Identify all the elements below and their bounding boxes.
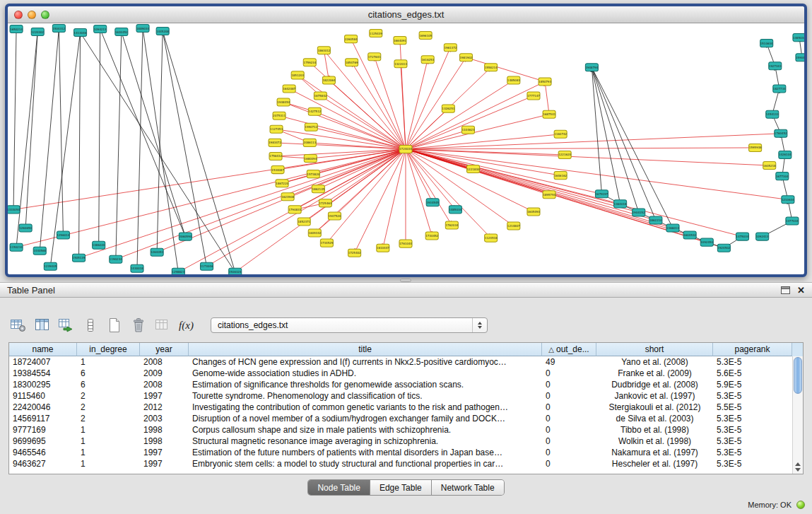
column-header-short[interactable]: short bbox=[596, 343, 713, 356]
network-node[interactable]: 1239405 bbox=[44, 262, 57, 270]
network-node[interactable]: 2060590 bbox=[179, 233, 192, 240]
table-row[interactable]: 946554611997Estimation of the future num… bbox=[9, 447, 803, 458]
column-header-name[interactable]: name bbox=[9, 343, 77, 356]
network-node[interactable]: 1364018 bbox=[614, 200, 627, 208]
network-node[interactable]: 1160742 bbox=[554, 130, 567, 138]
network-node[interactable]: 1475034 bbox=[736, 233, 748, 240]
network-node[interactable]: 1298823 bbox=[172, 268, 184, 274]
network-edge[interactable] bbox=[406, 148, 755, 149]
network-node[interactable]: 1124518 bbox=[485, 234, 498, 242]
tab-network-table[interactable]: Network Table bbox=[432, 480, 504, 495]
network-node[interactable]: 1677304 bbox=[776, 173, 789, 180]
table-row[interactable]: 2242004622012Investigating the contribut… bbox=[9, 402, 803, 413]
network-edge[interactable] bbox=[406, 134, 781, 149]
network-node[interactable]: 1485034 bbox=[449, 206, 461, 214]
network-node[interactable]: 1604532 bbox=[683, 231, 696, 239]
network-node[interactable]: 1220302 bbox=[31, 28, 44, 36]
network-node[interactable]: 1504312 bbox=[52, 25, 65, 33]
float-panel-icon[interactable] bbox=[781, 286, 790, 294]
zoom-button[interactable] bbox=[41, 11, 49, 19]
network-node[interactable]: 1854769 bbox=[346, 59, 358, 66]
network-node[interactable]: 1727641 bbox=[368, 53, 381, 61]
network-node[interactable]: 1534087 bbox=[271, 166, 284, 174]
network-node[interactable]: 1264053 bbox=[151, 248, 163, 256]
network-view[interactable]: 1724034186301217592341851203164208719384… bbox=[8, 23, 804, 274]
table-row[interactable]: 969969511998Structural magnetic resonanc… bbox=[9, 436, 803, 447]
network-node[interactable]: 1947520 bbox=[328, 212, 341, 220]
network-window-titlebar[interactable]: citations_edges.txt bbox=[8, 6, 804, 23]
network-node[interactable]: 1558214 bbox=[485, 64, 498, 71]
network-edge[interactable] bbox=[406, 134, 560, 149]
network-node[interactable]: 1924502 bbox=[717, 244, 730, 252]
tab-node-table[interactable]: Node Table bbox=[308, 480, 370, 495]
network-edge[interactable] bbox=[163, 31, 206, 267]
network-edge[interactable] bbox=[406, 59, 428, 149]
network-node[interactable]: 1687541 bbox=[543, 110, 555, 118]
network-node[interactable]: 1630452 bbox=[115, 28, 128, 36]
network-edge[interactable] bbox=[466, 57, 545, 81]
table-row[interactable]: 977716911998Corpus callosum shape and si… bbox=[9, 424, 803, 436]
network-edge[interactable] bbox=[406, 149, 601, 194]
network-node[interactable]: 1851203 bbox=[291, 71, 304, 79]
network-node[interactable]: 1889034 bbox=[136, 25, 149, 33]
network-edge[interactable] bbox=[122, 32, 185, 237]
network-edge[interactable] bbox=[592, 67, 673, 228]
new-file-icon[interactable] bbox=[105, 316, 124, 334]
network-node[interactable]: 1679197 bbox=[595, 190, 608, 198]
network-edge[interactable] bbox=[16, 32, 37, 247]
network-edge[interactable] bbox=[163, 31, 235, 272]
network-node[interactable]: 1867220 bbox=[276, 180, 288, 187]
network-node[interactable]: 1214807 bbox=[507, 222, 520, 230]
network-node[interactable]: 1990712 bbox=[305, 123, 317, 131]
network-node[interactable]: 1590432 bbox=[796, 54, 804, 62]
network-node[interactable]: 1680094 bbox=[304, 154, 317, 162]
close-button[interactable] bbox=[14, 11, 23, 19]
network-node[interactable]: 1862145 bbox=[312, 185, 324, 193]
network-edge[interactable] bbox=[40, 28, 59, 251]
import-table-icon[interactable] bbox=[57, 316, 76, 334]
network-edge[interactable] bbox=[352, 62, 406, 149]
network-node[interactable]: 2260584 bbox=[345, 35, 358, 43]
network-node[interactable]: 1904152 bbox=[632, 209, 645, 216]
network-edge[interactable] bbox=[16, 149, 406, 247]
column-header-title[interactable]: title bbox=[189, 343, 542, 356]
tab-edge-table[interactable]: Edge Table bbox=[370, 480, 432, 495]
column-header-in_degree[interactable]: in_degree bbox=[77, 343, 140, 356]
network-node[interactable]: 1605493 bbox=[527, 208, 540, 216]
table-selector-dropdown[interactable]: citations_edges.txt bbox=[211, 317, 488, 333]
row-selector-icon[interactable] bbox=[81, 316, 100, 334]
table-row[interactable]: 1830029562008Estimation of significance … bbox=[9, 379, 803, 390]
network-edge[interactable] bbox=[235, 149, 406, 272]
network-edge[interactable] bbox=[59, 28, 63, 235]
network-node[interactable]: 1822064 bbox=[322, 76, 335, 84]
delete-icon[interactable] bbox=[129, 316, 148, 334]
network-node[interactable]: 1852371 bbox=[298, 218, 310, 226]
network-node[interactable]: 2086113 bbox=[303, 139, 316, 146]
network-canvas[interactable]: 1724034186301217592341851203164208719384… bbox=[8, 23, 804, 274]
minimize-button[interactable] bbox=[28, 11, 36, 19]
network-node[interactable]: 1777147 bbox=[527, 92, 540, 100]
network-node[interactable]: 1385034 bbox=[793, 34, 804, 42]
network-edge[interactable] bbox=[406, 81, 545, 149]
network-edge[interactable] bbox=[406, 57, 466, 149]
network-edge[interactable] bbox=[406, 149, 560, 175]
table-row[interactable]: 1456911722003Disruption of a novel membe… bbox=[9, 413, 803, 424]
network-edge[interactable] bbox=[314, 112, 406, 149]
network-node[interactable]: 1642087 bbox=[283, 85, 295, 93]
network-node[interactable]: 1366014 bbox=[666, 224, 679, 232]
network-node[interactable]: 1675842 bbox=[314, 92, 326, 100]
network-node[interactable]: 1104623 bbox=[461, 126, 474, 134]
network-edge[interactable] bbox=[545, 81, 549, 114]
network-node[interactable]: 1927343 bbox=[769, 62, 782, 70]
network-node[interactable]: 1092450 bbox=[700, 238, 713, 246]
network-node[interactable]: 1092413 bbox=[756, 233, 769, 240]
network-node[interactable]: 1983472 bbox=[269, 139, 281, 146]
close-panel-icon[interactable]: ✕ bbox=[797, 286, 805, 295]
network-edge[interactable] bbox=[592, 67, 601, 194]
network-node[interactable]: 1696105 bbox=[419, 32, 432, 40]
network-edge[interactable] bbox=[283, 103, 406, 149]
network-edge[interactable] bbox=[406, 80, 514, 149]
network-node[interactable]: 1650214 bbox=[10, 25, 23, 33]
network-node[interactable]: 1125439 bbox=[370, 30, 382, 37]
network-node[interactable]: 1981902 bbox=[459, 54, 472, 62]
